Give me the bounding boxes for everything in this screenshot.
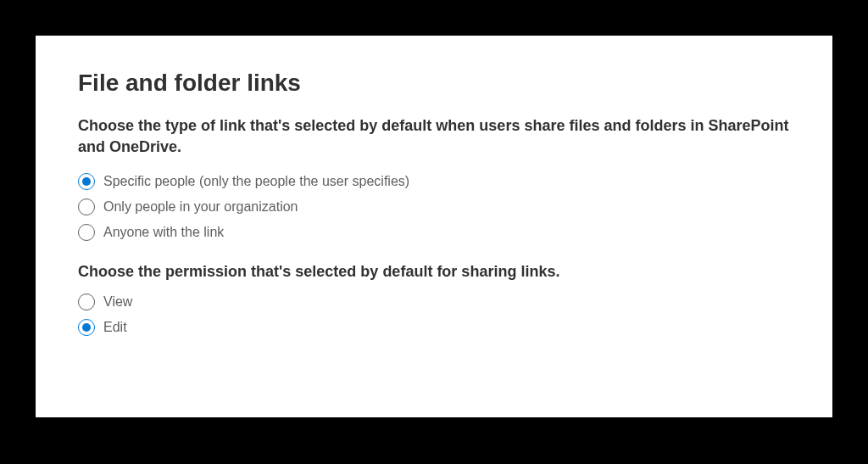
radio-icon [78,198,95,215]
radio-only-org[interactable]: Only people in your organization [78,198,790,215]
radio-label: Anyone with the link [103,225,224,240]
radio-icon [78,173,95,190]
radio-icon [78,224,95,241]
page-title: File and folder links [78,70,790,97]
link-type-radio-group: Specific people (only the people the use… [78,173,790,241]
radio-icon [78,293,95,310]
radio-anyone[interactable]: Anyone with the link [78,224,790,241]
link-type-description: Choose the type of link that's selected … [78,115,790,158]
radio-view[interactable]: View [78,293,790,310]
settings-panel: File and folder links Choose the type of… [36,36,832,417]
radio-label: View [103,294,132,310]
radio-label: Specific people (only the people the use… [103,174,409,189]
radio-icon [78,319,95,336]
radio-label: Edit [103,320,127,335]
permission-radio-group: View Edit [78,293,790,336]
radio-edit[interactable]: Edit [78,319,790,336]
radio-specific-people[interactable]: Specific people (only the people the use… [78,173,790,190]
radio-label: Only people in your organization [103,199,298,215]
permission-description: Choose the permission that's selected by… [78,261,790,282]
